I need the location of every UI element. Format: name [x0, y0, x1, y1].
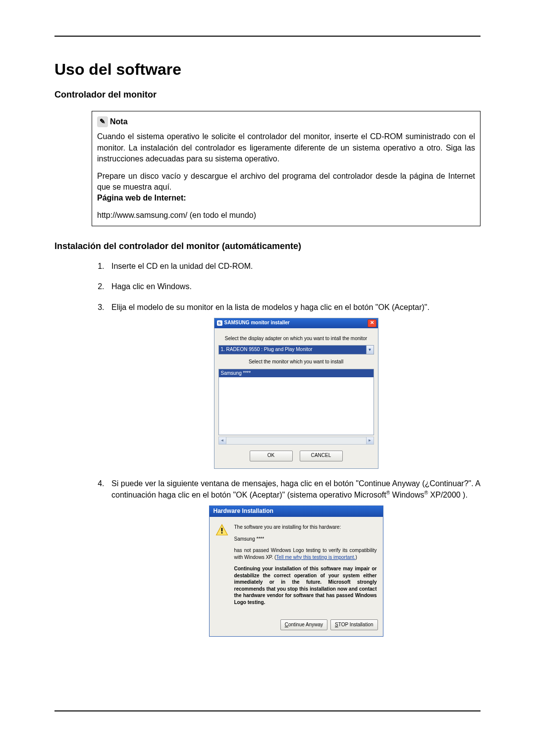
note-box: ✎ Nota Cuando el sistema operativo le so… — [92, 111, 481, 226]
note-url: http://www.samsung.com/ (en todo el mund… — [97, 210, 475, 221]
installer-titlebar: S SAMSUNG monitor installer ✕ — [214, 318, 378, 328]
monitor-listbox[interactable]: Samsung **** — [218, 369, 374, 435]
warning-line2b: ) — [355, 554, 357, 560]
installer-logo-icon: S — [217, 320, 222, 326]
warning-link[interactable]: Tell me why this testing is important. — [276, 554, 355, 560]
step-3: Elija el modelo de su monitor en la list… — [107, 302, 481, 469]
page-title: Uso del software — [54, 60, 481, 79]
warning-product: Samsung **** — [234, 536, 377, 543]
installer-label-adapter: Select the display adapter on which you … — [218, 335, 374, 343]
scroll-right-icon[interactable]: ► — [366, 437, 374, 444]
stop-label-rest: TOP Installation — [338, 622, 374, 627]
installer-label-monitor: Select the monitor which you want to ins… — [218, 358, 374, 366]
note-icon: ✎ — [97, 116, 108, 127]
continue-anyway-button[interactable]: Continue Anyway — [280, 619, 327, 630]
warning-icon — [215, 524, 228, 537]
step-1: Inserte el CD en la unidad del CD-ROM. — [107, 260, 481, 272]
svg-rect-2 — [221, 532, 222, 533]
horizontal-scrollbar[interactable]: ◄ ► — [218, 437, 374, 445]
scroll-track[interactable] — [226, 437, 366, 444]
adapter-selected: 1. RADEON 9550 : Plug and Play Monitor — [219, 346, 366, 354]
warning-bold-text: Continuing your installation of this sof… — [234, 565, 377, 605]
warning-titlebar: Hardware Installation — [210, 506, 383, 517]
hardware-warning-dialog: Hardware Installation — [209, 505, 383, 637]
step-4-text-c: XP/2000 ). — [428, 491, 468, 499]
step-4-text-b: Windows — [390, 491, 424, 499]
registered-icon: ® — [424, 490, 428, 496]
ok-button[interactable]: OK — [250, 451, 293, 461]
section-subtitle: Controlador del monitor — [54, 90, 481, 100]
monitor-list-item[interactable]: Samsung **** — [219, 369, 374, 378]
step-4-text-a: Si puede ver la siguiente ventana de men… — [111, 479, 481, 499]
continue-label-rest: ontinue Anyway — [288, 622, 323, 627]
close-icon[interactable]: ✕ — [368, 319, 376, 327]
scroll-left-icon[interactable]: ◄ — [219, 437, 226, 444]
registered-icon: ® — [386, 490, 390, 496]
svg-rect-1 — [221, 528, 222, 531]
note-web-label: Página web de Internet: — [97, 194, 186, 202]
step-2: Haga clic en Windows. — [107, 281, 481, 292]
adapter-combobox[interactable]: 1. RADEON 9550 : Plug and Play Monitor ▼ — [218, 345, 374, 354]
step-3-text: Elija el modelo de su monitor en la list… — [111, 303, 429, 311]
note-label: Nota — [110, 116, 128, 127]
installer-dialog: S SAMSUNG monitor installer ✕ Select the… — [214, 318, 378, 469]
step-4: Si puede ver la siguiente ventana de men… — [107, 478, 481, 637]
section2-title: Instalación del controlador del monitor … — [54, 241, 481, 252]
stop-installation-button[interactable]: STOP Installation — [330, 619, 377, 630]
note-paragraph-2: Prepare un disco vacío y descargue el ar… — [97, 172, 475, 191]
installer-title: SAMSUNG monitor installer — [224, 319, 290, 327]
steps-list: Inserte el CD en la unidad del CD-ROM. H… — [92, 260, 481, 637]
chevron-down-icon[interactable]: ▼ — [366, 346, 374, 354]
warning-title: Hardware Installation — [214, 507, 273, 515]
warning-line1: The software you are installing for this… — [234, 524, 377, 531]
note-paragraph-1: Cuando el sistema operativo le solicite … — [97, 131, 475, 164]
cancel-button[interactable]: CANCEL — [300, 451, 343, 461]
